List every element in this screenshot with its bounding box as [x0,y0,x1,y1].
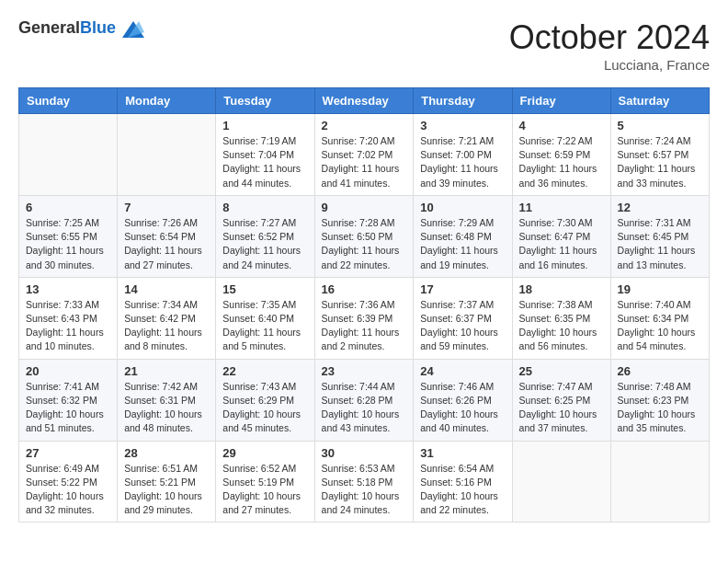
calendar-table: SundayMondayTuesdayWednesdayThursdayFrid… [18,87,710,523]
calendar-cell [512,441,610,523]
day-info: Sunrise: 7:33 AM Sunset: 6:43 PM Dayligh… [26,298,110,354]
logo-icon [122,21,144,38]
day-info: Sunrise: 7:28 AM Sunset: 6:50 PM Dayligh… [322,216,407,272]
day-info: Sunrise: 7:29 AM Sunset: 6:48 PM Dayligh… [420,216,505,272]
calendar-cell: 16Sunrise: 7:36 AM Sunset: 6:39 PM Dayli… [314,277,414,359]
day-info: Sunrise: 7:37 AM Sunset: 6:37 PM Dayligh… [420,298,505,354]
calendar-cell: 18Sunrise: 7:38 AM Sunset: 6:35 PM Dayli… [512,277,610,359]
day-info: Sunrise: 7:26 AM Sunset: 6:54 PM Dayligh… [124,216,209,272]
day-number: 20 [26,364,110,378]
day-info: Sunrise: 7:30 AM Sunset: 6:47 PM Dayligh… [519,216,604,272]
calendar-cell: 2Sunrise: 7:20 AM Sunset: 7:02 PM Daylig… [314,114,414,196]
day-info: Sunrise: 7:34 AM Sunset: 6:42 PM Dayligh… [124,298,209,354]
day-number: 4 [519,119,604,132]
day-number: 25 [519,364,604,378]
day-number: 29 [222,446,307,460]
day-number: 12 [618,201,702,214]
day-info: Sunrise: 7:46 AM Sunset: 6:26 PM Dayligh… [420,380,505,436]
logo-blue: Blue [80,18,116,37]
day-number: 7 [124,201,209,214]
calendar-cell: 10Sunrise: 7:29 AM Sunset: 6:48 PM Dayli… [414,195,512,277]
calendar-cell: 11Sunrise: 7:30 AM Sunset: 6:47 PM Dayli… [512,195,610,277]
calendar-cell: 6Sunrise: 7:25 AM Sunset: 6:55 PM Daylig… [19,195,118,277]
day-info: Sunrise: 7:31 AM Sunset: 6:45 PM Dayligh… [618,216,702,272]
day-info: Sunrise: 7:43 AM Sunset: 6:29 PM Dayligh… [222,380,307,436]
calendar-cell: 31Sunrise: 6:54 AM Sunset: 5:16 PM Dayli… [414,441,512,523]
day-info: Sunrise: 7:36 AM Sunset: 6:39 PM Dayligh… [322,298,407,354]
calendar-cell: 13Sunrise: 7:33 AM Sunset: 6:43 PM Dayli… [19,277,118,359]
day-number: 30 [322,446,407,460]
day-number: 6 [26,201,110,214]
logo-general: General [18,18,80,37]
day-info: Sunrise: 7:21 AM Sunset: 7:00 PM Dayligh… [420,134,505,190]
day-info: Sunrise: 7:19 AM Sunset: 7:04 PM Dayligh… [222,134,307,190]
day-number: 23 [322,364,407,378]
day-info: Sunrise: 7:40 AM Sunset: 6:34 PM Dayligh… [618,298,702,354]
calendar-cell: 8Sunrise: 7:27 AM Sunset: 6:52 PM Daylig… [216,195,314,277]
day-info: Sunrise: 7:25 AM Sunset: 6:55 PM Dayligh… [26,216,110,272]
day-info: Sunrise: 7:20 AM Sunset: 7:02 PM Dayligh… [322,134,407,190]
day-number: 13 [26,282,110,296]
calendar-cell: 15Sunrise: 7:35 AM Sunset: 6:40 PM Dayli… [216,277,314,359]
calendar-week-row: 20Sunrise: 7:41 AM Sunset: 6:32 PM Dayli… [19,359,710,441]
day-number: 31 [420,446,505,460]
calendar-header-thursday: Thursday [414,88,512,114]
day-number: 19 [618,282,702,296]
calendar-cell: 5Sunrise: 7:24 AM Sunset: 6:57 PM Daylig… [610,114,709,196]
day-info: Sunrise: 7:24 AM Sunset: 6:57 PM Dayligh… [618,134,702,190]
calendar-cell: 19Sunrise: 7:40 AM Sunset: 6:34 PM Dayli… [610,277,709,359]
calendar-header-monday: Monday [118,88,216,114]
day-info: Sunrise: 6:52 AM Sunset: 5:19 PM Dayligh… [222,462,307,518]
day-info: Sunrise: 7:27 AM Sunset: 6:52 PM Dayligh… [222,216,307,272]
calendar-cell: 29Sunrise: 6:52 AM Sunset: 5:19 PM Dayli… [216,441,314,523]
calendar-cell: 25Sunrise: 7:47 AM Sunset: 6:25 PM Dayli… [512,359,610,441]
day-number: 14 [124,282,209,296]
calendar-cell: 12Sunrise: 7:31 AM Sunset: 6:45 PM Dayli… [610,195,709,277]
calendar-cell: 22Sunrise: 7:43 AM Sunset: 6:29 PM Dayli… [216,359,314,441]
day-number: 22 [222,364,307,378]
day-info: Sunrise: 7:44 AM Sunset: 6:28 PM Dayligh… [322,380,407,436]
calendar-cell [610,441,709,523]
day-number: 21 [124,364,209,378]
day-number: 16 [322,282,407,296]
day-info: Sunrise: 7:35 AM Sunset: 6:40 PM Dayligh… [222,298,307,354]
day-number: 9 [322,201,407,214]
title-block: October 2024 Lucciana, France [509,18,710,73]
day-number: 27 [26,446,110,460]
calendar-header-tuesday: Tuesday [216,88,314,114]
calendar-cell [118,114,216,196]
day-number: 10 [420,201,505,214]
calendar-cell: 20Sunrise: 7:41 AM Sunset: 6:32 PM Dayli… [19,359,118,441]
day-number: 1 [222,119,307,132]
calendar-cell: 23Sunrise: 7:44 AM Sunset: 6:28 PM Dayli… [314,359,414,441]
day-info: Sunrise: 7:41 AM Sunset: 6:32 PM Dayligh… [26,380,110,436]
calendar-week-row: 13Sunrise: 7:33 AM Sunset: 6:43 PM Dayli… [19,277,710,359]
calendar-cell: 17Sunrise: 7:37 AM Sunset: 6:37 PM Dayli… [414,277,512,359]
day-info: Sunrise: 6:49 AM Sunset: 5:22 PM Dayligh… [26,462,110,518]
logo: GeneralBlue [18,18,148,38]
calendar-cell: 30Sunrise: 6:53 AM Sunset: 5:18 PM Dayli… [314,441,414,523]
calendar-week-row: 1Sunrise: 7:19 AM Sunset: 7:04 PM Daylig… [19,114,710,196]
calendar-cell [19,114,118,196]
day-number: 18 [519,282,604,296]
day-info: Sunrise: 6:51 AM Sunset: 5:21 PM Dayligh… [124,462,209,518]
day-number: 28 [124,446,209,460]
calendar-cell: 28Sunrise: 6:51 AM Sunset: 5:21 PM Dayli… [118,441,216,523]
day-number: 24 [420,364,505,378]
day-number: 5 [618,119,702,132]
day-info: Sunrise: 7:47 AM Sunset: 6:25 PM Dayligh… [519,380,604,436]
calendar-header-row: SundayMondayTuesdayWednesdayThursdayFrid… [19,88,710,114]
calendar-cell: 24Sunrise: 7:46 AM Sunset: 6:26 PM Dayli… [414,359,512,441]
calendar-cell: 9Sunrise: 7:28 AM Sunset: 6:50 PM Daylig… [314,195,414,277]
day-info: Sunrise: 6:54 AM Sunset: 5:16 PM Dayligh… [420,462,505,518]
day-info: Sunrise: 6:53 AM Sunset: 5:18 PM Dayligh… [322,462,407,518]
calendar-header-sunday: Sunday [19,88,118,114]
day-info: Sunrise: 7:22 AM Sunset: 6:59 PM Dayligh… [519,134,604,190]
calendar-cell: 21Sunrise: 7:42 AM Sunset: 6:31 PM Dayli… [118,359,216,441]
calendar-header-wednesday: Wednesday [314,88,414,114]
calendar-cell: 1Sunrise: 7:19 AM Sunset: 7:04 PM Daylig… [216,114,314,196]
day-number: 15 [222,282,307,296]
day-number: 11 [519,201,604,214]
day-info: Sunrise: 7:38 AM Sunset: 6:35 PM Dayligh… [519,298,604,354]
day-number: 3 [420,119,505,132]
